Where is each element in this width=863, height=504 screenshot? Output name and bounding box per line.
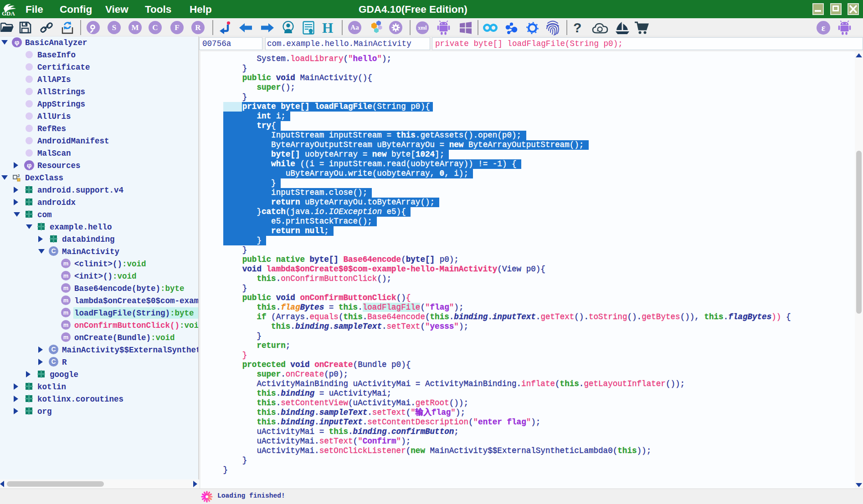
svg-text:GDA: GDA	[2, 10, 15, 17]
svg-text:J: J	[17, 173, 20, 178]
